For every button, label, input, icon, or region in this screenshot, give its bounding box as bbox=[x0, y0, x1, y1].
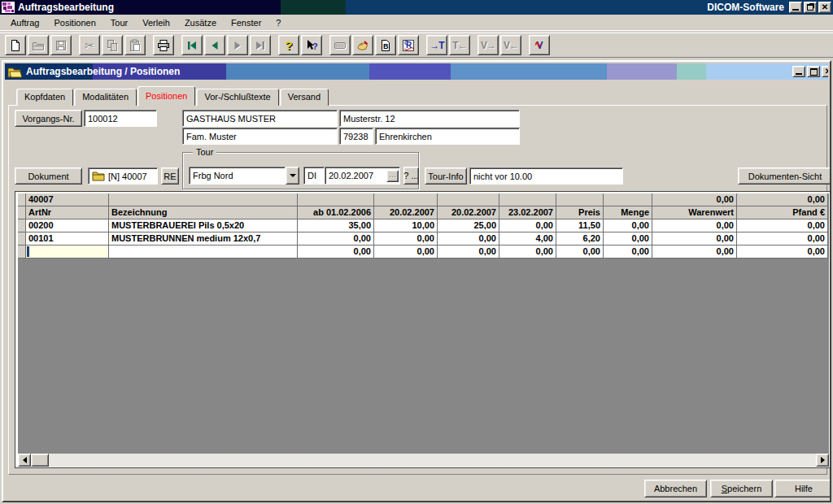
menu-item-positionen[interactable]: Positionen bbox=[46, 16, 102, 29]
grid-row-selector[interactable] bbox=[18, 219, 26, 232]
tour-info-field[interactable]: nicht vor 10.00 bbox=[469, 167, 623, 185]
grid-cell[interactable]: 0,00 bbox=[374, 232, 438, 245]
grid-cell[interactable]: 0,00 bbox=[438, 232, 499, 245]
grid-header-cell[interactable]: 0,00 bbox=[737, 193, 828, 206]
grid-cell[interactable]: 6,20 bbox=[556, 232, 604, 245]
document-b-button[interactable]: B bbox=[375, 35, 396, 55]
strasse-field[interactable]: Musterstr. 12 bbox=[339, 110, 520, 127]
tour-back-button[interactable]: T← bbox=[449, 35, 470, 55]
verleih-forward-button[interactable]: V→ bbox=[478, 35, 499, 55]
inner-close-button[interactable]: ✕ bbox=[822, 66, 828, 77]
menu-item-zusaetze[interactable]: Zusätze bbox=[177, 16, 224, 29]
inner-minimize-button[interactable] bbox=[792, 66, 805, 77]
restore-button[interactable] bbox=[804, 2, 817, 13]
grid-cell[interactable]: 25,00 bbox=[438, 219, 499, 232]
tab-vorschlusstexte[interactable]: Vor-/Schlußtexte bbox=[196, 89, 278, 106]
grid-cell[interactable]: 0,00 bbox=[298, 232, 374, 245]
grid-cell[interactable]: 00101 bbox=[26, 232, 109, 245]
grid-cell[interactable]: 4,00 bbox=[499, 232, 556, 245]
grid-header-cell[interactable] bbox=[298, 193, 374, 206]
close-button[interactable]: ✕ bbox=[818, 2, 831, 13]
grid-header-cell[interactable] bbox=[499, 193, 556, 206]
grid-header-cell[interactable]: 0,00 bbox=[652, 193, 737, 206]
grid-header-cell[interactable]: 40007 bbox=[26, 193, 109, 206]
grid-cell[interactable]: 0,00 bbox=[652, 245, 737, 259]
speichern-button[interactable]: Speichern bbox=[710, 480, 773, 497]
grid-cell[interactable]: MUSTERBRAUEREI Pils 0,5x20 bbox=[109, 219, 298, 232]
next-record-button[interactable] bbox=[227, 35, 248, 55]
tour-info-button[interactable]: Tour-Info bbox=[425, 167, 467, 185]
grid-row-selector[interactable] bbox=[18, 193, 26, 206]
grid-header-cell[interactable] bbox=[556, 193, 604, 206]
scroll-right-button[interactable] bbox=[816, 454, 829, 467]
grid-cell[interactable]: 0,00 bbox=[604, 219, 652, 232]
to-tour-button[interactable]: →T bbox=[426, 35, 447, 55]
abbrechen-button[interactable]: Abbrechen bbox=[644, 480, 707, 497]
grid-row-selector[interactable] bbox=[18, 206, 26, 219]
dokumenten-sicht-button[interactable]: Dokumenten-Sicht bbox=[738, 167, 831, 185]
kunde-name-field[interactable]: GASTHAUS MUSTER bbox=[182, 110, 338, 127]
grid-header-cell[interactable]: Bezeichnung bbox=[109, 206, 298, 219]
previous-record-button[interactable] bbox=[204, 35, 225, 55]
paste-button[interactable] bbox=[124, 35, 146, 55]
open-button[interactable] bbox=[28, 35, 49, 55]
copy-button[interactable] bbox=[102, 35, 123, 55]
grid-header-cell[interactable]: Warenwert bbox=[652, 206, 737, 219]
tab-modalitaeten[interactable]: Modalitäten bbox=[74, 89, 137, 106]
tab-positionen[interactable]: Positionen bbox=[137, 86, 195, 106]
grid-cell[interactable]: 0,00 bbox=[499, 245, 556, 259]
grid-header-cell[interactable]: Preis bbox=[556, 206, 604, 219]
scrollbar-thumb[interactable] bbox=[31, 454, 49, 467]
vorgangs-nr-button[interactable]: Vorgangs-Nr. bbox=[15, 110, 82, 127]
save-button[interactable] bbox=[50, 35, 72, 55]
grid-cell[interactable]: 10,00 bbox=[374, 219, 438, 232]
vorgangs-nr-field[interactable]: 100012 bbox=[84, 110, 157, 127]
hilfe-button[interactable]: Hilfe bbox=[774, 480, 831, 497]
dokument-nr-field[interactable]: [N] 40007 bbox=[88, 167, 158, 185]
tab-versand[interactable]: Versand bbox=[280, 89, 329, 106]
grid-cell[interactable]: 0,00 bbox=[652, 232, 737, 245]
tour-datum-more-button[interactable]: ... bbox=[386, 170, 399, 182]
grid-cell[interactable]: 0,00 bbox=[374, 245, 438, 259]
dokument-button[interactable]: Dokument bbox=[15, 167, 82, 185]
document-r-button[interactable]: RC bbox=[398, 35, 419, 55]
grid-header-cell[interactable] bbox=[438, 193, 499, 206]
grid-cell[interactable]: 0,00 bbox=[737, 232, 828, 245]
grid-header-cell[interactable]: ab 01.02.2006 bbox=[298, 206, 374, 219]
first-record-button[interactable] bbox=[181, 35, 203, 55]
ort-field[interactable]: Ehrenkirchen bbox=[375, 128, 520, 145]
horizontal-scrollbar[interactable] bbox=[18, 454, 829, 467]
menu-item-fenster[interactable]: Fenster bbox=[224, 16, 268, 29]
grid-header-cell[interactable]: 23.02.2007 bbox=[499, 206, 556, 219]
menu-item-auftrag[interactable]: Auftrag bbox=[3, 16, 46, 29]
grid-cell[interactable]: 0,00 bbox=[737, 245, 828, 259]
help-button[interactable]: ? bbox=[278, 35, 299, 55]
grid-header-cell[interactable] bbox=[604, 193, 652, 206]
grid-row-selector[interactable] bbox=[18, 245, 26, 259]
grid-cell[interactable]: 0,00 bbox=[298, 245, 374, 259]
scroll-left-button[interactable] bbox=[18, 454, 31, 467]
cut-button[interactable]: ✂ bbox=[79, 35, 100, 55]
inner-maximize-button[interactable] bbox=[807, 66, 820, 77]
menu-item-tour[interactable]: Tour bbox=[103, 16, 135, 29]
grid-cell[interactable]: 0,00 bbox=[556, 245, 604, 259]
grid-cell[interactable]: 0,00 bbox=[604, 232, 652, 245]
grid-cell[interactable]: 35,00 bbox=[298, 219, 374, 232]
tab-kopfdaten[interactable]: Kopfdaten bbox=[16, 89, 73, 106]
grid-header-cell[interactable]: Menge bbox=[604, 206, 652, 219]
tour-select-dropdown-button[interactable] bbox=[286, 167, 299, 185]
grid-cell[interactable]: 00200 bbox=[26, 219, 109, 232]
grid-cell[interactable]: 11,50 bbox=[556, 219, 604, 232]
grid-row-selector[interactable] bbox=[18, 232, 26, 245]
grid-cell[interactable]: 0,00 bbox=[737, 219, 828, 232]
kunde-zusatz-field[interactable]: Fam. Muster bbox=[182, 128, 338, 145]
tour-tag-field[interactable]: DI bbox=[303, 167, 325, 185]
grid-header-cell[interactable]: 20.02.2007 bbox=[374, 206, 438, 219]
context-help-button[interactable]: ? bbox=[301, 35, 322, 55]
grid-header-cell[interactable]: ArtNr bbox=[26, 206, 109, 219]
grid-cell[interactable] bbox=[109, 245, 298, 259]
tour-help-button[interactable]: ? ... bbox=[403, 167, 419, 185]
scrollbar-track[interactable] bbox=[49, 454, 816, 467]
print-button[interactable] bbox=[153, 35, 174, 55]
grid-header-cell[interactable]: Pfand € bbox=[737, 206, 828, 219]
